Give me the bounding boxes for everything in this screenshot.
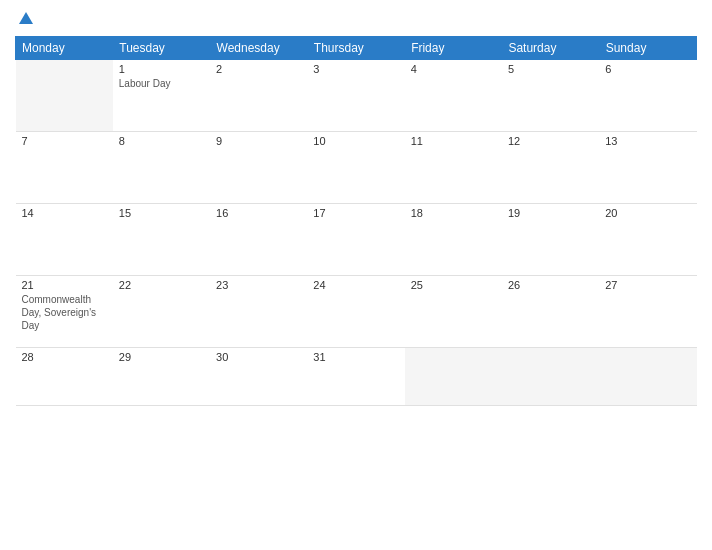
page: MondayTuesdayWednesdayThursdayFridaySatu… bbox=[0, 0, 712, 550]
day-number: 11 bbox=[411, 135, 496, 147]
calendar-cell: 5 bbox=[502, 60, 599, 132]
day-number: 7 bbox=[22, 135, 107, 147]
day-number: 12 bbox=[508, 135, 593, 147]
header-row: MondayTuesdayWednesdayThursdayFridaySatu… bbox=[16, 37, 697, 60]
holiday-label: Commonwealth Day, Sovereign's Day bbox=[22, 293, 107, 332]
day-number: 29 bbox=[119, 351, 204, 363]
calendar-cell: 19 bbox=[502, 204, 599, 276]
day-number: 31 bbox=[313, 351, 398, 363]
day-number: 27 bbox=[605, 279, 690, 291]
day-number: 18 bbox=[411, 207, 496, 219]
holiday-label: Labour Day bbox=[119, 77, 204, 90]
week-row: 28293031 bbox=[16, 348, 697, 406]
day-number: 10 bbox=[313, 135, 398, 147]
day-number: 21 bbox=[22, 279, 107, 291]
day-number: 22 bbox=[119, 279, 204, 291]
calendar-cell: 8 bbox=[113, 132, 210, 204]
calendar-cell: 28 bbox=[16, 348, 113, 406]
calendar-cell: 4 bbox=[405, 60, 502, 132]
calendar-cell bbox=[16, 60, 113, 132]
col-header-monday: Monday bbox=[16, 37, 113, 60]
day-number: 15 bbox=[119, 207, 204, 219]
calendar-cell: 3 bbox=[307, 60, 404, 132]
day-number: 14 bbox=[22, 207, 107, 219]
day-number: 5 bbox=[508, 63, 593, 75]
header bbox=[15, 10, 697, 28]
calendar-cell: 27 bbox=[599, 276, 696, 348]
day-number: 17 bbox=[313, 207, 398, 219]
col-header-saturday: Saturday bbox=[502, 37, 599, 60]
calendar-cell: 24 bbox=[307, 276, 404, 348]
day-number: 3 bbox=[313, 63, 398, 75]
col-header-thursday: Thursday bbox=[307, 37, 404, 60]
calendar-cell: 26 bbox=[502, 276, 599, 348]
calendar-table: MondayTuesdayWednesdayThursdayFridaySatu… bbox=[15, 36, 697, 406]
day-number: 6 bbox=[605, 63, 690, 75]
day-number: 23 bbox=[216, 279, 301, 291]
col-header-friday: Friday bbox=[405, 37, 502, 60]
calendar-cell: 30 bbox=[210, 348, 307, 406]
calendar-cell: 22 bbox=[113, 276, 210, 348]
day-number: 24 bbox=[313, 279, 398, 291]
col-header-wednesday: Wednesday bbox=[210, 37, 307, 60]
day-number: 26 bbox=[508, 279, 593, 291]
day-number: 8 bbox=[119, 135, 204, 147]
calendar-cell: 31 bbox=[307, 348, 404, 406]
calendar-cell: 18 bbox=[405, 204, 502, 276]
svg-marker-0 bbox=[19, 12, 33, 24]
day-number: 16 bbox=[216, 207, 301, 219]
calendar-cell: 21Commonwealth Day, Sovereign's Day bbox=[16, 276, 113, 348]
calendar-cell: 20 bbox=[599, 204, 696, 276]
day-number: 13 bbox=[605, 135, 690, 147]
logo bbox=[15, 10, 37, 28]
day-number: 9 bbox=[216, 135, 301, 147]
day-number: 4 bbox=[411, 63, 496, 75]
day-number: 2 bbox=[216, 63, 301, 75]
calendar-cell bbox=[502, 348, 599, 406]
calendar-cell: 7 bbox=[16, 132, 113, 204]
day-number: 20 bbox=[605, 207, 690, 219]
week-row: 78910111213 bbox=[16, 132, 697, 204]
calendar-cell: 11 bbox=[405, 132, 502, 204]
calendar-cell: 9 bbox=[210, 132, 307, 204]
calendar-cell: 25 bbox=[405, 276, 502, 348]
col-header-tuesday: Tuesday bbox=[113, 37, 210, 60]
day-number: 25 bbox=[411, 279, 496, 291]
calendar-body: 1Labour Day23456789101112131415161718192… bbox=[16, 60, 697, 406]
calendar-cell: 14 bbox=[16, 204, 113, 276]
day-number: 1 bbox=[119, 63, 204, 75]
calendar-cell bbox=[405, 348, 502, 406]
col-header-sunday: Sunday bbox=[599, 37, 696, 60]
day-number: 30 bbox=[216, 351, 301, 363]
day-number: 19 bbox=[508, 207, 593, 219]
week-row: 21Commonwealth Day, Sovereign's Day22232… bbox=[16, 276, 697, 348]
week-row: 14151617181920 bbox=[16, 204, 697, 276]
calendar-cell: 6 bbox=[599, 60, 696, 132]
calendar-cell: 15 bbox=[113, 204, 210, 276]
week-row: 1Labour Day23456 bbox=[16, 60, 697, 132]
calendar-cell: 2 bbox=[210, 60, 307, 132]
calendar-cell: 17 bbox=[307, 204, 404, 276]
calendar-cell: 16 bbox=[210, 204, 307, 276]
calendar-cell: 10 bbox=[307, 132, 404, 204]
calendar-cell: 13 bbox=[599, 132, 696, 204]
calendar-cell: 12 bbox=[502, 132, 599, 204]
calendar-cell: 1Labour Day bbox=[113, 60, 210, 132]
calendar-cell: 23 bbox=[210, 276, 307, 348]
calendar-cell: 29 bbox=[113, 348, 210, 406]
day-number: 28 bbox=[22, 351, 107, 363]
logo-icon bbox=[17, 10, 35, 28]
calendar-cell bbox=[599, 348, 696, 406]
